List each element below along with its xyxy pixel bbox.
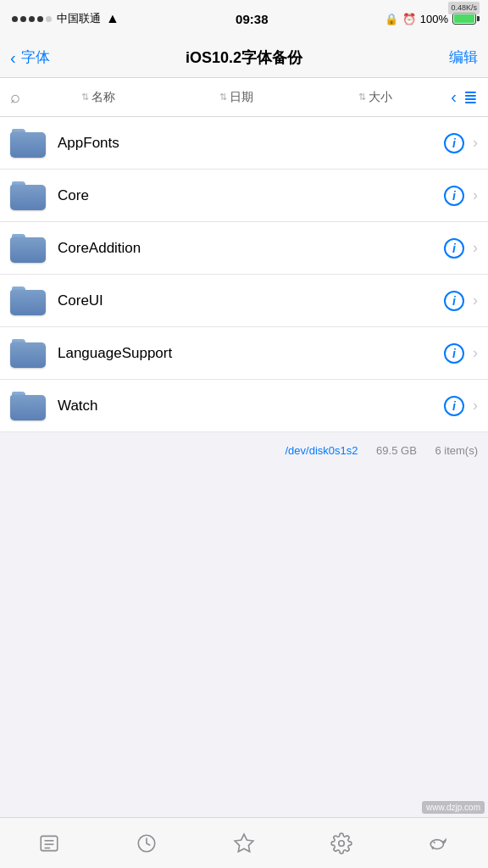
content-spacer bbox=[0, 469, 488, 723]
battery-icon bbox=[452, 13, 476, 25]
files-icon bbox=[38, 832, 60, 854]
list-item[interactable]: AppFonts i › bbox=[0, 117, 488, 170]
tab-bar bbox=[0, 817, 488, 868]
folder-icon bbox=[10, 129, 46, 158]
footer-status: /dev/disk0s1s2 69.5 GB 6 item(s) bbox=[0, 432, 488, 469]
file-name: CoreAddition bbox=[58, 240, 444, 257]
folder-icon bbox=[10, 339, 46, 368]
file-name: LanguageSupport bbox=[58, 345, 444, 362]
settings-tab[interactable] bbox=[293, 818, 391, 868]
grid-view-icon[interactable]: ≣ bbox=[463, 87, 478, 108]
file-name: CoreUI bbox=[58, 292, 444, 309]
edit-button[interactable]: 编辑 bbox=[449, 47, 478, 67]
svg-marker-5 bbox=[235, 834, 253, 852]
file-actions: i › bbox=[444, 133, 478, 153]
sort-items: ⇅ 名称 ⇅ 日期 ⇅ 大小 bbox=[29, 90, 444, 105]
chevron-right-icon: › bbox=[473, 186, 478, 204]
list-item[interactable]: CoreAddition i › bbox=[0, 222, 488, 275]
info-button[interactable]: i bbox=[444, 396, 464, 416]
status-time: 09:38 bbox=[236, 12, 268, 26]
sort-bar: ⌕ ⇅ 名称 ⇅ 日期 ⇅ 大小 ‹ ≣ bbox=[0, 78, 488, 117]
chevron-right-icon: › bbox=[473, 134, 478, 152]
file-list: AppFonts i › Core i › CoreAddition i › bbox=[0, 117, 488, 432]
file-name: Watch bbox=[58, 398, 444, 415]
favorites-tab[interactable] bbox=[195, 818, 292, 868]
history-tab[interactable] bbox=[97, 818, 195, 868]
info-button[interactable]: i bbox=[444, 343, 464, 364]
nav-bar: ‹ 字体 iOS10.2字体备份 编辑 bbox=[0, 37, 488, 78]
lock-icon: 🔒 bbox=[385, 13, 398, 25]
sort-name-label: 名称 bbox=[92, 90, 115, 105]
speed-badge: 0.48K/s bbox=[448, 2, 480, 14]
file-actions: i › bbox=[444, 186, 478, 206]
view-controls: ‹ ≣ bbox=[451, 87, 478, 108]
sort-date-label: 日期 bbox=[230, 90, 253, 105]
file-actions: i › bbox=[444, 291, 478, 311]
file-actions: i › bbox=[444, 343, 478, 364]
status-bar: 中国联通 ▲ 09:38 🔒 ⏰ 100% bbox=[0, 0, 488, 37]
wifi-icon: ▲ bbox=[106, 11, 119, 26]
clock-icon bbox=[136, 832, 158, 854]
svg-point-8 bbox=[434, 841, 435, 843]
dolphin-icon bbox=[428, 832, 450, 854]
folder-icon bbox=[10, 287, 46, 315]
carrier-label: 中国联通 bbox=[57, 11, 101, 26]
list-item[interactable]: Watch i › bbox=[0, 380, 488, 432]
file-actions: i › bbox=[444, 238, 478, 259]
watermark: www.dzjp.com bbox=[422, 801, 485, 814]
file-actions: i › bbox=[444, 396, 478, 416]
dolphin-tab[interactable] bbox=[391, 818, 488, 868]
sort-name-arrows: ⇅ bbox=[81, 92, 89, 103]
sort-by-name[interactable]: ⇅ 名称 bbox=[29, 90, 167, 105]
sort-by-date[interactable]: ⇅ 日期 bbox=[167, 90, 305, 105]
sort-by-size[interactable]: ⇅ 大小 bbox=[306, 90, 444, 105]
disk-path: /dev/disk0s1s2 bbox=[285, 444, 358, 457]
back-label: 字体 bbox=[21, 47, 50, 67]
file-name: Core bbox=[58, 187, 444, 204]
list-item[interactable]: CoreUI i › bbox=[0, 275, 488, 327]
list-item[interactable]: LanguageSupport i › bbox=[0, 327, 488, 380]
sort-size-label: 大小 bbox=[369, 90, 392, 105]
nav-title: iOS10.2字体备份 bbox=[186, 47, 302, 68]
info-button[interactable]: i bbox=[444, 133, 464, 153]
status-right: 🔒 ⏰ 100% bbox=[385, 13, 476, 25]
svg-point-6 bbox=[339, 840, 345, 846]
gear-icon bbox=[330, 832, 352, 854]
folder-icon bbox=[10, 234, 46, 263]
file-name: AppFonts bbox=[58, 135, 444, 152]
back-sort-icon[interactable]: ‹ bbox=[451, 87, 457, 107]
chevron-right-icon: › bbox=[473, 344, 478, 362]
alarm-icon: ⏰ bbox=[402, 13, 416, 25]
sort-date-arrows: ⇅ bbox=[219, 92, 227, 103]
info-button[interactable]: i bbox=[444, 238, 464, 259]
info-button[interactable]: i bbox=[444, 291, 464, 311]
folder-icon bbox=[10, 392, 46, 420]
search-button[interactable]: ⌕ bbox=[10, 87, 20, 107]
disk-size: 69.5 GB bbox=[376, 444, 417, 457]
battery-label: 100% bbox=[420, 13, 448, 25]
list-item[interactable]: Core i › bbox=[0, 170, 488, 222]
back-button[interactable]: ‹ 字体 bbox=[10, 47, 50, 67]
sort-size-arrows: ⇅ bbox=[358, 92, 366, 103]
chevron-right-icon: › bbox=[473, 292, 478, 309]
info-button[interactable]: i bbox=[444, 186, 464, 206]
back-chevron-icon: ‹ bbox=[10, 49, 16, 66]
star-icon bbox=[233, 832, 255, 854]
folder-icon bbox=[10, 181, 46, 210]
chevron-right-icon: › bbox=[473, 397, 478, 415]
files-tab[interactable] bbox=[0, 818, 97, 868]
chevron-right-icon: › bbox=[473, 239, 478, 257]
status-left: 中国联通 ▲ bbox=[12, 11, 119, 26]
item-count: 6 item(s) bbox=[435, 444, 478, 457]
signal-dots bbox=[12, 16, 52, 22]
